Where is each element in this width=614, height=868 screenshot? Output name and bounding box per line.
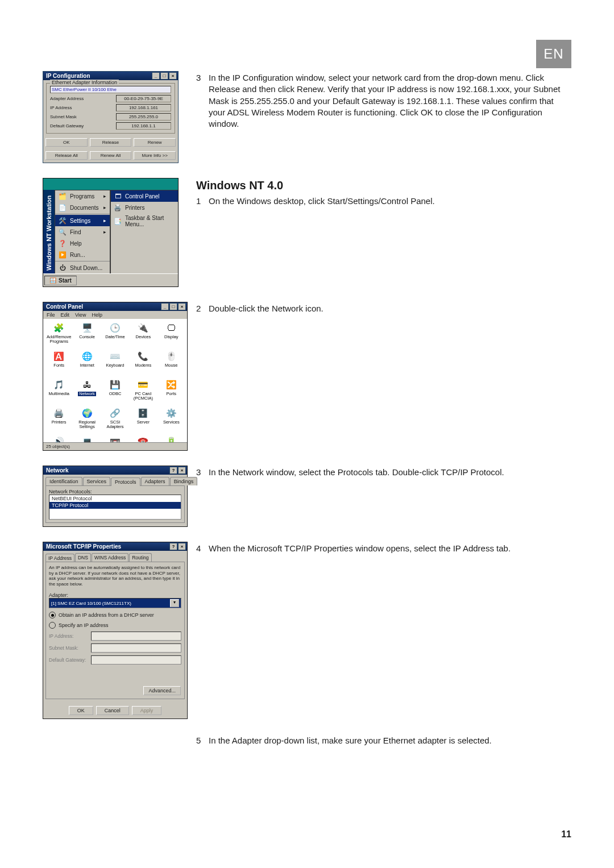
cpanel-statusbar: 25 object(s) [43, 442, 187, 450]
nt-step-3: 3 In the Network window, select the Prot… [196, 467, 571, 478]
cpanel-item[interactable]: 🔗SCSI Adapters [102, 406, 128, 434]
cpanel-item[interactable]: 🔌Devices [130, 321, 156, 348]
start-menu-figure: Windows NT Workstation 🗂️Programs▸ 📄Docu… [43, 178, 179, 287]
cpanel-item[interactable]: 📼Tape Devices [102, 435, 128, 442]
cpanel-item[interactable]: ⚙️Services [158, 406, 185, 434]
cpanel-item[interactable]: 🖥️Console [73, 321, 100, 348]
cpanel-item-icon: ☎️ [137, 436, 150, 442]
cancel-button[interactable]: Cancel [96, 706, 129, 715]
cpanel-item-icon: 🌍 [81, 408, 93, 419]
cpanel-item[interactable]: 🅰️Fonts [45, 350, 72, 377]
step-text: In the IP Configuration window, select y… [209, 72, 571, 130]
gw-field-input[interactable] [91, 655, 181, 665]
nt-step-5: 5 In the Adapter drop-down list, make su… [196, 735, 571, 746]
menu-programs[interactable]: 🗂️Programs▸ [55, 190, 110, 202]
cpanel-item[interactable]: 🧩Add/Remove Programs [45, 321, 72, 348]
cpanel-item[interactable]: 💳PC Card (PCMCIA) [130, 378, 156, 405]
cpanel-item[interactable]: 🖨️Printers [45, 406, 72, 434]
cpanel-item-icon: 💻 [81, 436, 93, 442]
control-panel-window: Control Panel _ □ × File Edit View Help … [43, 302, 188, 451]
menu-edit[interactable]: Edit [61, 312, 70, 318]
submenu-control-panel[interactable]: 🗔Control Panel [111, 190, 179, 202]
renew-all-button[interactable]: Renew All [90, 151, 132, 160]
renew-button[interactable]: Renew [134, 138, 176, 147]
cpanel-item[interactable]: 🖧Network [73, 378, 100, 405]
release-button[interactable]: Release [90, 138, 132, 147]
menu-run[interactable]: ▶️Run... [55, 249, 110, 260]
tab-ipaddress[interactable]: IP Address [45, 554, 74, 562]
protocols-listbox[interactable]: NetBEUI Protocol TCP/IP Protocol [49, 495, 181, 520]
cpanel-item[interactable]: 🖱️Mouse [158, 350, 185, 377]
minimize-icon[interactable]: _ [152, 72, 160, 80]
network-window: Network ? × Identification Services Prot… [43, 466, 188, 527]
menu-find[interactable]: 🔍Find▸ [55, 226, 110, 238]
maximize-icon[interactable]: □ [160, 72, 168, 80]
chevron-right-icon: ▸ [103, 193, 106, 199]
advanced-button[interactable]: Advanced... [143, 686, 181, 695]
subnet-field-input[interactable] [91, 643, 181, 653]
close-icon[interactable]: × [178, 543, 186, 550]
default-gateway-label: Default Gateway [50, 123, 84, 128]
tab-bindings[interactable]: Bindings [170, 477, 198, 485]
cpanel-item-label: Multimedia [49, 392, 69, 396]
ipaddress-panel: An IP address can be automatically assig… [45, 562, 185, 699]
menu-help[interactable]: ❓Help [55, 238, 110, 249]
cpanel-item-label: Regional Settings [73, 420, 100, 429]
tab-wins[interactable]: WINS Address [92, 553, 128, 562]
cpanel-item[interactable]: 🖵Display [158, 321, 185, 348]
tab-identification[interactable]: Identification [45, 477, 82, 485]
menu-shutdown[interactable]: ⏻Shut Down... [55, 262, 110, 273]
tab-protocols[interactable]: Protocols [111, 477, 140, 486]
help-icon[interactable]: ? [169, 467, 177, 474]
cpanel-item[interactable]: 🌐Internet [73, 350, 100, 377]
menu-documents[interactable]: 📄Documents▸ [55, 202, 110, 213]
subnet-mask-label: Subnet Mask [50, 114, 77, 119]
start-button[interactable]: 🪟Start [44, 276, 77, 285]
more-info-button[interactable]: More Info >> [134, 151, 176, 160]
tcpip-titlebar: Microsoft TCP/IP Properties ? × [43, 542, 187, 551]
ipconfig-window: IP Configuration _ □ × Ethernet Adapter … [43, 71, 179, 163]
radio-dhcp[interactable]: Obtain an IP address from a DHCP server [49, 612, 181, 618]
menu-settings[interactable]: 🛠️Settings▸ [55, 215, 110, 226]
taskbar-icon: 📑 [114, 217, 122, 225]
cpanel-item[interactable]: 💾ODBC [102, 378, 128, 405]
submenu-printers[interactable]: 🖨️Printers [111, 202, 179, 213]
cpanel-item[interactable]: 💻System [73, 435, 100, 442]
close-icon[interactable]: × [178, 467, 186, 474]
cpanel-item[interactable]: 🌍Regional Settings [73, 406, 100, 434]
cpanel-item[interactable]: 🔋UPS [158, 435, 185, 442]
ipconfig-titlebar: IP Configuration _ □ × [43, 72, 178, 80]
menu-file[interactable]: File [47, 312, 55, 318]
protocol-tcpip[interactable]: TCP/IP Protocol [49, 502, 181, 509]
protocol-netbeui[interactable]: NetBEUI Protocol [49, 495, 181, 502]
tab-dns[interactable]: DNS [75, 553, 91, 562]
submenu-taskbar[interactable]: 📑Taskbar & Start Menu... [111, 213, 179, 229]
tab-adapters[interactable]: Adapters [141, 477, 169, 485]
cpanel-item[interactable]: 🔀Ports [158, 378, 185, 405]
cpanel-item[interactable]: ⌨️Keyboard [102, 350, 128, 377]
close-icon[interactable]: × [169, 72, 177, 80]
cpanel-item[interactable]: 📞Modems [130, 350, 156, 377]
help-icon[interactable]: ? [169, 543, 177, 550]
release-all-button[interactable]: Release All [45, 151, 88, 160]
tab-routing[interactable]: Routing [129, 553, 151, 562]
adapter-dropdown[interactable]: [1] SMC EZ Card 10/100 (SMC1211TX) ▾ [49, 598, 181, 608]
radio-specify[interactable]: Specify an IP address [49, 622, 181, 629]
tab-services[interactable]: Services [83, 477, 111, 485]
cpanel-item[interactable]: 🗄️Server [130, 406, 156, 434]
maximize-icon[interactable]: □ [169, 303, 177, 310]
ok-button[interactable]: OK [45, 138, 88, 147]
cpanel-item[interactable]: ☎️Telephony [130, 435, 156, 442]
cpanel-item-label: PC Card (PCMCIA) [130, 392, 156, 401]
cpanel-item[interactable]: 🕒Date/Time [102, 321, 128, 348]
cpanel-item[interactable]: 🎵Multimedia [45, 378, 72, 405]
cpanel-item[interactable]: 🔊Sounds [45, 435, 72, 442]
apply-button[interactable]: Apply [132, 706, 162, 715]
menu-help[interactable]: Help [92, 312, 102, 318]
close-icon[interactable]: × [178, 303, 186, 310]
ok-button[interactable]: OK [69, 706, 93, 715]
menu-view[interactable]: View [75, 312, 86, 318]
adapter-combo[interactable]: SMC EtherPower II 10/100 Ethe [50, 86, 171, 93]
minimize-icon[interactable]: _ [161, 303, 169, 310]
ip-field-input[interactable] [91, 632, 181, 641]
